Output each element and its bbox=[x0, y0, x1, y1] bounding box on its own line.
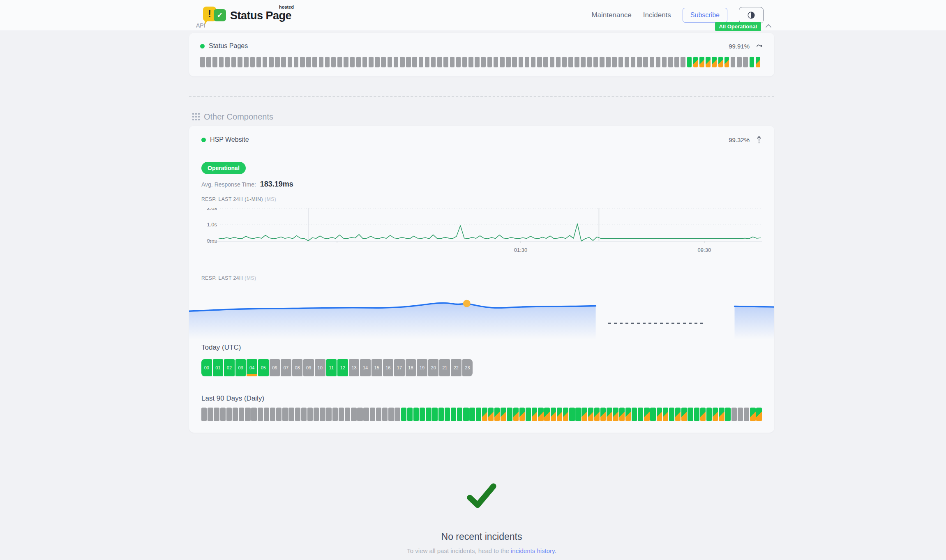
hour-block-20[interactable]: 20 bbox=[428, 359, 439, 376]
arrow-up-dotted-icon[interactable] bbox=[756, 136, 762, 144]
daily-uptime-bar[interactable] bbox=[607, 408, 612, 421]
daily-uptime-bar[interactable] bbox=[388, 408, 394, 421]
daily-uptime-bar[interactable] bbox=[507, 408, 512, 421]
daily-uptime-bar[interactable] bbox=[488, 408, 494, 421]
uptime-bar[interactable] bbox=[606, 57, 611, 67]
daily-uptime-bar[interactable] bbox=[532, 408, 537, 421]
uptime-bar[interactable] bbox=[400, 57, 405, 67]
uptime-bar[interactable] bbox=[294, 57, 299, 67]
hour-block-00[interactable]: 00 bbox=[201, 359, 212, 376]
uptime-bar[interactable] bbox=[437, 57, 442, 67]
daily-uptime-bar[interactable] bbox=[357, 408, 362, 421]
daily-uptime-bar[interactable] bbox=[675, 408, 681, 421]
daily-uptime-bar[interactable] bbox=[226, 408, 232, 421]
hour-block-09[interactable]: 09 bbox=[303, 359, 314, 376]
uptime-bar[interactable] bbox=[693, 57, 698, 67]
uptime-bar[interactable] bbox=[568, 57, 573, 67]
uptime-bar[interactable] bbox=[281, 57, 286, 67]
uptime-bar[interactable] bbox=[612, 57, 617, 67]
daily-uptime-bar[interactable] bbox=[700, 408, 706, 421]
daily-uptime-bar[interactable] bbox=[644, 408, 649, 421]
daily-uptime-bar[interactable] bbox=[544, 408, 549, 421]
hour-block-01[interactable]: 01 bbox=[213, 359, 224, 376]
uptime-bar[interactable] bbox=[381, 57, 386, 67]
uptime-bar[interactable] bbox=[681, 57, 685, 67]
daily-uptime-bar[interactable] bbox=[251, 408, 256, 421]
uptime-bar[interactable] bbox=[300, 57, 305, 67]
daily-uptime-bar[interactable] bbox=[264, 408, 269, 421]
uptime-bar[interactable] bbox=[225, 57, 230, 67]
daily-uptime-bar[interactable] bbox=[731, 408, 737, 421]
daily-uptime-bar[interactable] bbox=[201, 408, 207, 421]
uptime-bar[interactable] bbox=[750, 57, 754, 67]
uptime-bar[interactable] bbox=[737, 57, 742, 67]
daily-uptime-bar[interactable] bbox=[581, 408, 587, 421]
uptime-bar[interactable] bbox=[743, 57, 748, 67]
uptime-bar[interactable] bbox=[699, 57, 704, 67]
daily-uptime-bar[interactable] bbox=[288, 408, 294, 421]
daily-uptime-bar[interactable] bbox=[688, 408, 693, 421]
daily-uptime-bar[interactable] bbox=[382, 408, 388, 421]
hour-block-12[interactable]: 12 bbox=[337, 359, 348, 376]
daily-uptime-bar[interactable] bbox=[638, 408, 643, 421]
uptime-bar[interactable] bbox=[312, 57, 317, 67]
uptime-bar[interactable] bbox=[506, 57, 511, 67]
uptime-bar[interactable] bbox=[731, 57, 736, 67]
uptime-bar[interactable] bbox=[319, 57, 324, 67]
uptime-bar[interactable] bbox=[706, 57, 711, 67]
uptime-bar[interactable] bbox=[581, 57, 586, 67]
daily-uptime-bar[interactable] bbox=[245, 408, 250, 421]
hour-block-11[interactable]: 11 bbox=[326, 359, 337, 376]
daily-uptime-bar[interactable] bbox=[314, 408, 319, 421]
daily-uptime-bar[interactable] bbox=[370, 408, 375, 421]
uptime-bar[interactable] bbox=[288, 57, 293, 67]
uptime-bar[interactable] bbox=[269, 57, 274, 67]
uptime-bar[interactable] bbox=[350, 57, 355, 67]
daily-uptime-bar[interactable] bbox=[457, 408, 462, 421]
uptime-bar[interactable] bbox=[637, 57, 642, 67]
daily-uptime-bar[interactable] bbox=[407, 408, 413, 421]
nav-maintenance[interactable]: Maintenance bbox=[591, 11, 631, 19]
uptime-bar[interactable] bbox=[562, 57, 567, 67]
daily-uptime-bar[interactable] bbox=[756, 408, 761, 421]
uptime-bar[interactable] bbox=[419, 57, 424, 67]
uptime-bar[interactable] bbox=[656, 57, 661, 67]
daily-uptime-bar[interactable] bbox=[513, 408, 519, 421]
uptime-bar[interactable] bbox=[712, 57, 717, 67]
daily-uptime-bar[interactable] bbox=[663, 408, 668, 421]
daily-uptime-bar[interactable] bbox=[239, 408, 244, 421]
daily-uptime-bar[interactable] bbox=[738, 408, 743, 421]
daily-uptime-bar[interactable] bbox=[719, 408, 724, 421]
daily-uptime-bar[interactable] bbox=[750, 408, 755, 421]
daily-uptime-bar[interactable] bbox=[657, 408, 662, 421]
hour-block-06[interactable]: 06 bbox=[270, 359, 280, 376]
uptime-bar[interactable] bbox=[263, 57, 268, 67]
hour-block-14[interactable]: 14 bbox=[360, 359, 371, 376]
daily-uptime-bar[interactable] bbox=[575, 408, 581, 421]
daily-uptime-bar[interactable] bbox=[214, 408, 219, 421]
daily-uptime-bar[interactable] bbox=[482, 408, 487, 421]
uptime-bar[interactable] bbox=[668, 57, 673, 67]
uptime-bar[interactable] bbox=[362, 57, 367, 67]
refresh-icon[interactable] bbox=[756, 43, 763, 49]
uptime-bar[interactable] bbox=[662, 57, 667, 67]
uptime-bar[interactable] bbox=[394, 57, 399, 67]
uptime-bar[interactable] bbox=[231, 57, 236, 67]
daily-uptime-bar[interactable] bbox=[538, 408, 543, 421]
daily-uptime-bar[interactable] bbox=[276, 408, 281, 421]
uptime-bar[interactable] bbox=[481, 57, 486, 67]
incidents-history-link[interactable]: incidents history. bbox=[511, 547, 556, 554]
daily-uptime-bar[interactable] bbox=[469, 408, 475, 421]
daily-uptime-bar[interactable] bbox=[600, 408, 606, 421]
hour-block-22[interactable]: 22 bbox=[451, 359, 461, 376]
uptime-bar[interactable] bbox=[219, 57, 224, 67]
uptime-bar[interactable] bbox=[462, 57, 467, 67]
daily-uptime-bar[interactable] bbox=[420, 408, 425, 421]
uptime-bar[interactable] bbox=[519, 57, 524, 67]
hour-block-03[interactable]: 03 bbox=[235, 359, 246, 376]
daily-uptime-bar[interactable] bbox=[526, 408, 531, 421]
uptime-bar[interactable] bbox=[525, 57, 530, 67]
daily-uptime-bar[interactable] bbox=[650, 408, 655, 421]
hour-block-21[interactable]: 21 bbox=[439, 359, 450, 376]
hour-block-16[interactable]: 16 bbox=[383, 359, 394, 376]
